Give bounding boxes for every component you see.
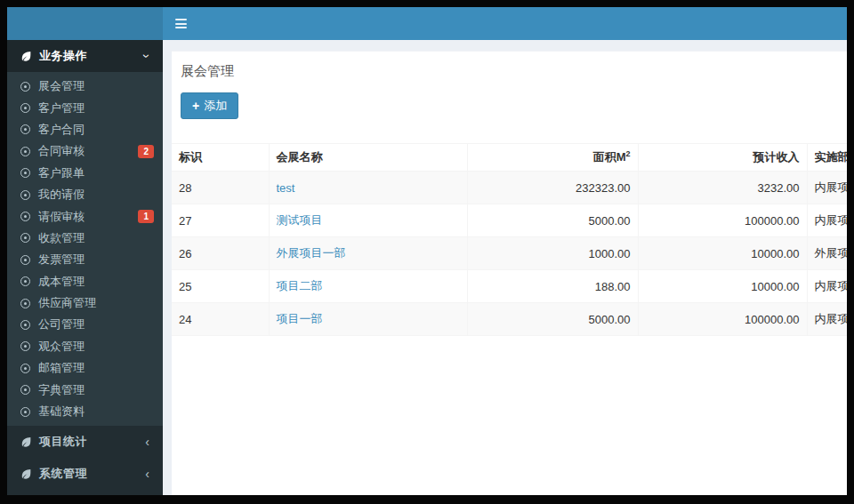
cell-value: 27 bbox=[179, 214, 191, 228]
sidebar-item[interactable]: 成本管理 bbox=[7, 271, 163, 292]
sidebar-toggle-button[interactable] bbox=[175, 19, 187, 28]
sidebar-submenu: 展会管理客户管理客户合同合同审核2客户跟单我的请假请假审核1收款管理发票管理成本… bbox=[7, 72, 163, 426]
sidebar: 业务操作展会管理客户管理客户合同合同审核2客户跟单我的请假请假审核1收款管理发票… bbox=[7, 40, 163, 495]
table-cell: 10000.00 bbox=[638, 270, 807, 303]
sidebar-item-label: 客户跟单 bbox=[38, 165, 85, 181]
sidebar-item-label: 发票管理 bbox=[38, 252, 85, 268]
content-panel: 展会管理 添加 标识会展名称面积M2预计收入实施部门 28test232323.… bbox=[172, 51, 847, 495]
sidebar-item-label: 客户合同 bbox=[38, 122, 85, 138]
dot-circle-icon bbox=[20, 212, 30, 221]
exhibition-link[interactable]: 测试项目 bbox=[277, 213, 323, 227]
chevron-left-icon bbox=[145, 468, 149, 480]
table-cell: 内展项目 bbox=[807, 303, 847, 336]
dot-circle-icon bbox=[20, 276, 30, 286]
table-cell: test bbox=[269, 172, 467, 204]
sidebar-section-label: 项目统计 bbox=[39, 434, 87, 450]
column-header: 实施部门 bbox=[807, 144, 847, 172]
column-header: 面积M2 bbox=[467, 144, 638, 172]
table-cell: 232323.00 bbox=[467, 172, 638, 204]
cell-value: 内展项目 bbox=[815, 213, 848, 227]
content-area: 展会管理 添加 标识会展名称面积M2预计收入实施部门 28test232323.… bbox=[163, 40, 847, 495]
sidebar-item-label: 基础资料 bbox=[38, 404, 85, 420]
sidebar-item[interactable]: 客户合同 bbox=[7, 119, 163, 140]
sidebar-item[interactable]: 合同审核2 bbox=[7, 140, 163, 162]
sidebar-item-label: 展会管理 bbox=[38, 78, 85, 94]
sidebar-item-label: 供应商管理 bbox=[38, 295, 96, 311]
sidebar-section-system-mgmt[interactable]: 系统管理 bbox=[7, 458, 163, 490]
table-header-row: 标识会展名称面积M2预计收入实施部门 bbox=[172, 144, 847, 172]
bars-icon bbox=[175, 27, 187, 28]
bars-icon bbox=[175, 19, 187, 20]
cell-value: 内展项目 bbox=[815, 180, 848, 194]
column-header: 会展名称 bbox=[269, 144, 467, 172]
app-window: 业务操作展会管理客户管理客户合同合同审核2客户跟单我的请假请假审核1收款管理发票… bbox=[7, 7, 847, 495]
chevron-down-icon bbox=[145, 50, 149, 62]
table-cell: 25 bbox=[172, 270, 269, 303]
dot-circle-icon bbox=[20, 385, 30, 395]
table-cell: 测试项目 bbox=[269, 204, 467, 237]
sidebar-item-label: 成本管理 bbox=[38, 274, 85, 290]
sidebar-item[interactable]: 观众管理 bbox=[7, 336, 163, 357]
exhibition-link[interactable]: test bbox=[277, 181, 295, 195]
cell-value: 25 bbox=[179, 280, 191, 293]
dot-circle-icon bbox=[20, 124, 30, 134]
exhibition-link[interactable]: 外展项目一部 bbox=[277, 246, 346, 260]
table-cell: 27 bbox=[172, 204, 269, 237]
cell-value: 232323.00 bbox=[576, 181, 630, 195]
cell-value: 10000.00 bbox=[751, 247, 799, 260]
page-title: 展会管理 bbox=[172, 52, 847, 80]
cell-value: 100000.00 bbox=[745, 313, 799, 326]
leaf-icon bbox=[20, 468, 32, 480]
sidebar-section-business-ops[interactable]: 业务操作 bbox=[7, 40, 163, 72]
sidebar-item[interactable]: 基础资料 bbox=[7, 401, 163, 422]
table-cell: 3232.00 bbox=[638, 172, 807, 204]
table-cell: 项目一部 bbox=[269, 303, 467, 336]
sidebar-item-label: 我的请假 bbox=[38, 187, 85, 203]
notification-badge: 1 bbox=[138, 210, 154, 223]
table-cell: 10000.00 bbox=[638, 237, 807, 270]
sidebar-item-label: 请假审核 bbox=[38, 209, 85, 225]
cell-value: 26 bbox=[179, 247, 191, 260]
sidebar-item-label: 合同审核 bbox=[38, 143, 85, 159]
sidebar-item[interactable]: 供应商管理 bbox=[7, 292, 163, 314]
sidebar-item[interactable]: 收款管理 bbox=[7, 228, 163, 249]
dot-circle-icon bbox=[20, 233, 30, 243]
cell-value: 188.00 bbox=[595, 280, 631, 293]
leaf-icon bbox=[20, 436, 32, 448]
table-cell: 188.00 bbox=[467, 270, 638, 303]
superscript: 2 bbox=[625, 149, 630, 158]
sidebar-item[interactable]: 客户管理 bbox=[7, 97, 163, 118]
sidebar-item[interactable]: 请假审核1 bbox=[7, 205, 163, 227]
sidebar-item[interactable]: 字典管理 bbox=[7, 379, 163, 400]
cell-value: 1000.00 bbox=[589, 247, 631, 260]
cell-value: 5000.00 bbox=[589, 313, 631, 326]
sidebar-section-project-stats[interactable]: 项目统计 bbox=[7, 426, 163, 458]
notification-badge: 2 bbox=[138, 145, 154, 158]
sidebar-item-label: 邮箱管理 bbox=[38, 360, 85, 376]
dot-circle-icon bbox=[20, 407, 30, 417]
add-button[interactable]: 添加 bbox=[181, 92, 238, 119]
table-row: 26外展项目一部1000.0010000.00外展项目 bbox=[172, 237, 847, 270]
exhibition-link[interactable]: 项目二部 bbox=[277, 279, 323, 292]
dot-circle-icon bbox=[20, 82, 30, 92]
table-cell: 外展项目一部 bbox=[269, 237, 467, 270]
sidebar-item[interactable]: 发票管理 bbox=[7, 249, 163, 270]
table-row: 27测试项目5000.00100000.00内展项目 bbox=[172, 204, 847, 237]
sidebar-item[interactable]: 公司管理 bbox=[7, 314, 163, 335]
sidebar-item[interactable]: 邮箱管理 bbox=[7, 357, 163, 379]
table-cell: 5000.00 bbox=[467, 204, 638, 237]
sidebar-item[interactable]: 我的请假 bbox=[7, 184, 163, 205]
sidebar-item[interactable]: 展会管理 bbox=[7, 76, 163, 97]
dot-circle-icon bbox=[20, 103, 30, 113]
exhibition-link[interactable]: 项目一部 bbox=[277, 312, 323, 325]
table-cell: 内展项目 bbox=[807, 204, 847, 237]
sidebar-item-label: 客户管理 bbox=[38, 100, 85, 116]
dot-circle-icon bbox=[20, 190, 30, 200]
logo-area[interactable] bbox=[7, 7, 163, 40]
table-cell: 24 bbox=[172, 303, 269, 336]
chevron-left-icon bbox=[145, 436, 149, 448]
top-navbar bbox=[163, 7, 847, 40]
table-row: 28test232323.003232.00内展项目 bbox=[172, 172, 847, 204]
sidebar-item[interactable]: 客户跟单 bbox=[7, 163, 163, 184]
sidebar-item-label: 观众管理 bbox=[38, 339, 85, 355]
